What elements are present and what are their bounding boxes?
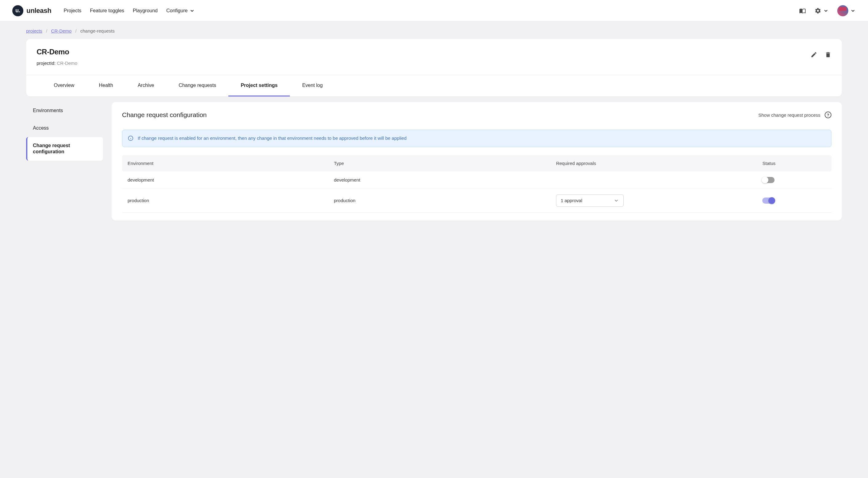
tab-event-log[interactable]: Event log (290, 75, 335, 96)
col-approvals-header: Required approvals (556, 161, 762, 166)
user-menu[interactable] (837, 5, 856, 16)
info-text: If change request is enabled for an envi… (138, 135, 407, 142)
info-icon (128, 135, 133, 141)
breadcrumb-separator: / (75, 28, 76, 33)
cell-environment: development (128, 177, 334, 183)
show-process: Show change request process ? (758, 111, 831, 118)
tab-health[interactable]: Health (87, 75, 125, 96)
environments-table: Environment Type Required approvals Stat… (122, 155, 831, 213)
tab-project-settings[interactable]: Project settings (228, 75, 290, 96)
project-card: CR-Demo projectId: CR-Demo Overview Heal… (26, 39, 842, 96)
project-id-value: CR-Demo (57, 61, 78, 66)
help-icon[interactable]: ? (825, 111, 831, 118)
header-actions (799, 5, 856, 16)
app-header: u. unleash Projects Feature toggles Play… (0, 0, 868, 22)
brand-name: unleash (26, 7, 51, 15)
breadcrumb-current: change-requests (80, 28, 115, 33)
toggle-thumb (768, 197, 775, 204)
gear-icon (814, 7, 821, 14)
sidebar-item-environments[interactable]: Environments (26, 102, 103, 120)
chevron-down-icon (850, 8, 856, 13)
settings-header: Change request configuration Show change… (112, 102, 842, 130)
tab-overview[interactable]: Overview (41, 75, 87, 96)
col-status-header: Status (762, 161, 826, 166)
toggle-thumb (762, 177, 768, 183)
breadcrumb-projects[interactable]: projects (26, 28, 42, 33)
show-process-label: Show change request process (758, 113, 820, 118)
col-environment-header: Environment (128, 161, 334, 166)
breadcrumb: projects / CR-Demo / change-requests (0, 22, 868, 39)
cell-status (762, 177, 826, 183)
status-toggle[interactable] (762, 177, 775, 183)
logo[interactable]: u. unleash (12, 5, 51, 16)
breadcrumb-project[interactable]: CR-Demo (51, 28, 72, 33)
avatar (837, 5, 848, 16)
trash-icon[interactable] (825, 51, 831, 58)
edit-icon[interactable] (810, 51, 817, 58)
nav-playground[interactable]: Playground (133, 8, 158, 13)
logo-icon: u. (12, 5, 23, 16)
nav-projects[interactable]: Projects (64, 8, 82, 13)
table-row: production production 1 approval (122, 189, 831, 213)
nav-feature-toggles[interactable]: Feature toggles (90, 8, 124, 13)
approvals-select[interactable]: 1 approval (556, 194, 624, 207)
settings-sidebar: Environments Access Change request confi… (26, 102, 103, 221)
chevron-down-icon (614, 198, 619, 203)
settings-panel: Change request configuration Show change… (112, 102, 842, 221)
chevron-down-icon (189, 8, 195, 13)
tab-archive[interactable]: Archive (125, 75, 166, 96)
main-nav: Projects Feature toggles Playground Conf… (64, 8, 799, 13)
table-row: development development (122, 171, 831, 189)
content-area: Environments Access Change request confi… (26, 102, 842, 221)
info-banner: If change request is enabled for an envi… (122, 130, 831, 147)
project-actions (810, 47, 831, 58)
breadcrumb-separator: / (46, 28, 47, 33)
col-type-header: Type (334, 161, 556, 166)
project-id-label: projectId: (37, 61, 57, 66)
cell-status (762, 197, 826, 204)
project-id: projectId: CR-Demo (37, 61, 810, 66)
docs-icon[interactable] (799, 7, 806, 14)
tab-change-requests[interactable]: Change requests (166, 75, 228, 96)
project-tabs: Overview Health Archive Change requests … (26, 75, 842, 96)
settings-title: Change request configuration (122, 111, 207, 119)
nav-configure-label: Configure (166, 8, 187, 13)
chevron-down-icon (823, 8, 829, 13)
cell-approvals: 1 approval (556, 194, 762, 207)
cell-environment: production (128, 198, 334, 203)
project-title: CR-Demo (37, 47, 810, 56)
status-toggle[interactable] (762, 197, 775, 204)
nav-configure[interactable]: Configure (166, 8, 195, 13)
sidebar-item-change-request-config[interactable]: Change request configuration (26, 137, 103, 161)
settings-menu[interactable] (814, 7, 829, 14)
approvals-select-value: 1 approval (561, 198, 582, 203)
project-header: CR-Demo projectId: CR-Demo (26, 39, 842, 75)
table-header: Environment Type Required approvals Stat… (122, 155, 831, 171)
cell-type: production (334, 198, 556, 203)
sidebar-item-access[interactable]: Access (26, 120, 103, 137)
cell-type: development (334, 177, 556, 183)
